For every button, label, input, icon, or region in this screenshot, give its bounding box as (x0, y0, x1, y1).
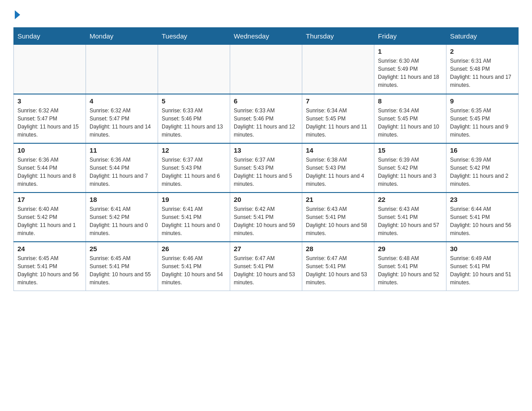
weekday-header-wednesday: Wednesday (230, 28, 302, 45)
calendar-cell: 2Sunrise: 6:31 AM Sunset: 5:48 PM Daylig… (446, 45, 519, 94)
day-number: 13 (234, 146, 298, 154)
day-info: Sunrise: 6:45 AM Sunset: 5:41 PM Dayligh… (17, 254, 82, 287)
day-info: Sunrise: 6:37 AM Sunset: 5:43 PM Dayligh… (162, 156, 226, 188)
day-number: 3 (17, 97, 82, 105)
weekday-header-row: SundayMondayTuesdayWednesdayThursdayFrid… (14, 28, 519, 45)
logo (13, 9, 20, 19)
calendar-cell: 28Sunrise: 6:47 AM Sunset: 5:41 PM Dayli… (302, 242, 374, 291)
calendar-cell: 6Sunrise: 6:33 AM Sunset: 5:46 PM Daylig… (230, 94, 302, 143)
calendar-cell: 7Sunrise: 6:34 AM Sunset: 5:45 PM Daylig… (302, 94, 374, 143)
calendar-cell (14, 45, 86, 94)
day-number: 2 (450, 47, 515, 55)
day-info: Sunrise: 6:40 AM Sunset: 5:42 PM Dayligh… (17, 205, 82, 237)
day-number: 17 (17, 196, 82, 203)
calendar-cell: 14Sunrise: 6:38 AM Sunset: 5:43 PM Dayli… (302, 143, 374, 193)
day-info: Sunrise: 6:32 AM Sunset: 5:47 PM Dayligh… (90, 107, 154, 139)
logo-arrow-icon (15, 10, 20, 19)
day-info: Sunrise: 6:47 AM Sunset: 5:41 PM Dayligh… (234, 254, 298, 287)
day-info: Sunrise: 6:42 AM Sunset: 5:41 PM Dayligh… (234, 205, 298, 237)
day-number: 6 (234, 97, 298, 105)
calendar-cell: 1Sunrise: 6:30 AM Sunset: 5:49 PM Daylig… (374, 45, 446, 94)
day-number: 27 (234, 245, 298, 253)
day-number: 8 (378, 97, 442, 105)
day-info: Sunrise: 6:34 AM Sunset: 5:45 PM Dayligh… (306, 107, 370, 139)
day-info: Sunrise: 6:39 AM Sunset: 5:42 PM Dayligh… (450, 156, 515, 188)
calendar-cell: 19Sunrise: 6:41 AM Sunset: 5:41 PM Dayli… (158, 193, 230, 242)
calendar-week-row: 1Sunrise: 6:30 AM Sunset: 5:49 PM Daylig… (14, 45, 519, 94)
calendar-cell: 16Sunrise: 6:39 AM Sunset: 5:42 PM Dayli… (446, 143, 519, 193)
calendar-cell (158, 45, 230, 94)
day-info: Sunrise: 6:43 AM Sunset: 5:41 PM Dayligh… (306, 205, 370, 237)
calendar-cell: 26Sunrise: 6:46 AM Sunset: 5:41 PM Dayli… (158, 242, 230, 291)
day-number: 1 (378, 47, 442, 55)
logo-general (13, 9, 20, 19)
weekday-header-tuesday: Tuesday (158, 28, 230, 45)
calendar-cell: 20Sunrise: 6:42 AM Sunset: 5:41 PM Dayli… (230, 193, 302, 242)
calendar-cell: 22Sunrise: 6:43 AM Sunset: 5:41 PM Dayli… (374, 193, 446, 242)
calendar-cell: 12Sunrise: 6:37 AM Sunset: 5:43 PM Dayli… (158, 143, 230, 193)
day-info: Sunrise: 6:31 AM Sunset: 5:48 PM Dayligh… (450, 57, 515, 89)
day-number: 28 (306, 245, 370, 253)
day-number: 30 (450, 245, 515, 253)
calendar-cell: 18Sunrise: 6:41 AM Sunset: 5:42 PM Dayli… (86, 193, 158, 242)
day-info: Sunrise: 6:39 AM Sunset: 5:42 PM Dayligh… (378, 156, 442, 188)
calendar-cell (302, 45, 374, 94)
calendar-cell: 24Sunrise: 6:45 AM Sunset: 5:41 PM Dayli… (14, 242, 86, 291)
calendar-cell: 25Sunrise: 6:45 AM Sunset: 5:41 PM Dayli… (86, 242, 158, 291)
day-number: 16 (450, 146, 515, 154)
weekday-header-sunday: Sunday (14, 28, 86, 45)
day-info: Sunrise: 6:33 AM Sunset: 5:46 PM Dayligh… (162, 107, 226, 139)
weekday-header-friday: Friday (374, 28, 446, 45)
day-number: 18 (90, 196, 154, 203)
calendar-cell: 30Sunrise: 6:49 AM Sunset: 5:41 PM Dayli… (446, 242, 519, 291)
calendar-cell: 13Sunrise: 6:37 AM Sunset: 5:43 PM Dayli… (230, 143, 302, 193)
calendar-cell (86, 45, 158, 94)
header (13, 9, 519, 19)
day-number: 26 (162, 245, 226, 253)
calendar-week-row: 3Sunrise: 6:32 AM Sunset: 5:47 PM Daylig… (14, 94, 519, 143)
calendar-week-row: 17Sunrise: 6:40 AM Sunset: 5:42 PM Dayli… (14, 193, 519, 242)
day-info: Sunrise: 6:41 AM Sunset: 5:42 PM Dayligh… (90, 205, 154, 237)
calendar-cell: 29Sunrise: 6:48 AM Sunset: 5:41 PM Dayli… (374, 242, 446, 291)
calendar-cell: 4Sunrise: 6:32 AM Sunset: 5:47 PM Daylig… (86, 94, 158, 143)
day-number: 5 (162, 97, 226, 105)
day-info: Sunrise: 6:48 AM Sunset: 5:41 PM Dayligh… (378, 254, 442, 287)
weekday-header-monday: Monday (86, 28, 158, 45)
day-info: Sunrise: 6:36 AM Sunset: 5:44 PM Dayligh… (17, 156, 82, 188)
day-info: Sunrise: 6:34 AM Sunset: 5:45 PM Dayligh… (378, 107, 442, 139)
day-number: 14 (306, 146, 370, 154)
day-number: 9 (450, 97, 515, 105)
day-number: 11 (90, 146, 154, 154)
weekday-header-saturday: Saturday (446, 28, 519, 45)
calendar-cell: 9Sunrise: 6:35 AM Sunset: 5:45 PM Daylig… (446, 94, 519, 143)
calendar-cell: 27Sunrise: 6:47 AM Sunset: 5:41 PM Dayli… (230, 242, 302, 291)
day-number: 19 (162, 196, 226, 203)
calendar-cell: 11Sunrise: 6:36 AM Sunset: 5:44 PM Dayli… (86, 143, 158, 193)
calendar-cell (230, 45, 302, 94)
day-info: Sunrise: 6:44 AM Sunset: 5:41 PM Dayligh… (450, 205, 515, 237)
day-number: 21 (306, 196, 370, 203)
day-number: 29 (378, 245, 442, 253)
day-number: 20 (234, 196, 298, 203)
day-number: 23 (450, 196, 515, 203)
day-info: Sunrise: 6:35 AM Sunset: 5:45 PM Dayligh… (450, 107, 515, 139)
day-info: Sunrise: 6:38 AM Sunset: 5:43 PM Dayligh… (306, 156, 370, 188)
calendar-week-row: 24Sunrise: 6:45 AM Sunset: 5:41 PM Dayli… (14, 242, 519, 291)
calendar-cell: 15Sunrise: 6:39 AM Sunset: 5:42 PM Dayli… (374, 143, 446, 193)
calendar-cell: 21Sunrise: 6:43 AM Sunset: 5:41 PM Dayli… (302, 193, 374, 242)
calendar-week-row: 10Sunrise: 6:36 AM Sunset: 5:44 PM Dayli… (14, 143, 519, 193)
day-info: Sunrise: 6:46 AM Sunset: 5:41 PM Dayligh… (162, 254, 226, 287)
weekday-header-thursday: Thursday (302, 28, 374, 45)
day-info: Sunrise: 6:47 AM Sunset: 5:41 PM Dayligh… (306, 254, 370, 287)
calendar-cell: 23Sunrise: 6:44 AM Sunset: 5:41 PM Dayli… (446, 193, 519, 242)
calendar-cell: 17Sunrise: 6:40 AM Sunset: 5:42 PM Dayli… (14, 193, 86, 242)
day-info: Sunrise: 6:43 AM Sunset: 5:41 PM Dayligh… (378, 205, 442, 237)
day-number: 24 (17, 245, 82, 253)
day-info: Sunrise: 6:45 AM Sunset: 5:41 PM Dayligh… (90, 254, 154, 287)
day-number: 4 (90, 97, 154, 105)
day-number: 12 (162, 146, 226, 154)
calendar-cell: 10Sunrise: 6:36 AM Sunset: 5:44 PM Dayli… (14, 143, 86, 193)
day-info: Sunrise: 6:32 AM Sunset: 5:47 PM Dayligh… (17, 107, 82, 139)
calendar-cell: 8Sunrise: 6:34 AM Sunset: 5:45 PM Daylig… (374, 94, 446, 143)
day-info: Sunrise: 6:30 AM Sunset: 5:49 PM Dayligh… (378, 57, 442, 89)
